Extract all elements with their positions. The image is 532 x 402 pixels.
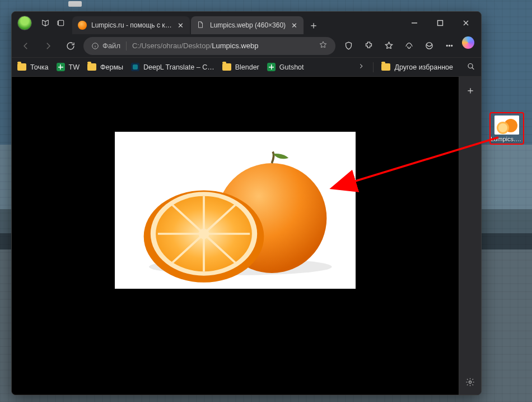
desktop-file-label: Lumpics.w… [491,136,523,142]
favorites-icon[interactable] [379,36,398,56]
minimize-button[interactable] [402,12,427,34]
performance-icon[interactable] [399,36,418,56]
bookmarks-bar: Точка TW Фермы DeepL Translate – C… Blen… [12,58,481,77]
toolbar-right-icons [339,36,477,56]
bookmark-label: DeepL Translate – C… [143,63,214,71]
address-path-file: Lumpics.webp [212,41,258,50]
bookmark-item[interactable]: Точка [17,63,49,71]
bookmark-item[interactable]: Gutshot [267,63,304,71]
shield-icon[interactable] [339,36,358,56]
bookmark-item[interactable]: DeepL Translate – C… [131,63,214,71]
sidebar-settings-icon[interactable] [465,377,475,389]
toolbar: Файл C:/Users/ohrau/Desktop/Lumpics.webp [12,34,481,58]
bookmark-label: Точка [30,63,49,71]
tab-lumpics-site[interactable]: Lumpics.ru - помощь с компьют ✕ [72,16,190,34]
svg-point-8 [468,63,473,68]
forward-button[interactable] [39,36,58,56]
tab-actions-icon[interactable] [53,12,69,34]
bookmarks-divider [373,62,374,72]
address-path: C:/Users/ohrau/Desktop/Lumpics.webp [132,41,313,50]
bookmark-label: Blender [235,63,259,71]
folder-icon [381,63,390,71]
sheets-icon [267,63,276,71]
favicon-orange-icon [78,21,87,30]
back-button[interactable] [16,36,35,56]
profile-avatar[interactable] [17,16,32,30]
maximize-button[interactable] [427,12,453,34]
svg-point-5 [446,45,447,47]
tab-image-file[interactable]: Lumpics.webp (460×360) ✕ [191,16,304,34]
close-window-button[interactable] [453,12,479,34]
svg-rect-1 [58,21,58,25]
sheets-icon [57,63,65,71]
svg-point-7 [451,45,452,47]
bookmark-label: Фермы [100,63,123,71]
tab-label: Lumpics.ru - помощь с компьют [91,21,172,29]
ie-mode-icon[interactable] [419,36,438,56]
svg-point-28 [498,123,507,132]
close-tab-icon[interactable]: ✕ [176,21,184,29]
svg-point-24 [469,381,471,383]
deepl-icon [131,63,139,71]
address-separator [126,41,127,50]
folder-icon [87,63,96,71]
bookmark-label: TW [69,63,80,71]
window-controls [402,12,479,34]
desktop-top-indicator [68,1,82,7]
close-tab-icon[interactable]: ✕ [290,21,298,29]
more-menu-icon[interactable] [440,36,459,56]
favicon-file-icon [197,21,206,30]
folder-icon [17,63,26,71]
bookmark-label: Gutshot [279,63,304,71]
bookmark-item[interactable]: Фермы [87,63,123,71]
folder-icon [222,63,231,71]
sidebar-add-icon[interactable]: ＋ [465,84,475,97]
bookmark-item[interactable]: TW [57,63,80,71]
bookmark-item[interactable]: Blender [222,63,259,71]
bookmarks-overflow-icon[interactable] [357,62,365,72]
svg-point-6 [449,45,450,47]
titlebar: Lumpics.ru - помощь с компьют ✕ Lumpics.… [12,12,481,34]
search-favorites-icon[interactable] [466,62,475,73]
site-info-chip[interactable]: Файл [91,41,120,50]
new-tab-button[interactable]: ＋ [305,16,323,34]
desktop-file-thumbnail [494,115,519,135]
browser-window: Lumpics.ru - помощь с компьют ✕ Lumpics.… [11,11,482,395]
address-path-prefix: C:/Users/ohrau/Desktop/ [132,41,212,50]
address-bar[interactable]: Файл C:/Users/ohrau/Desktop/Lumpics.webp [83,37,335,55]
other-favorites[interactable]: Другое избранное [381,63,453,71]
reload-button[interactable] [61,36,80,56]
desktop-file-icon[interactable]: Lumpics.w… [489,112,524,145]
other-favorites-label: Другое избранное [394,63,453,71]
tab-strip: Lumpics.ru - помощь с компьют ✕ Lumpics.… [72,12,402,34]
page-viewport[interactable] [12,77,459,395]
svg-rect-0 [58,20,63,25]
workspaces-icon[interactable] [38,12,53,34]
tab-label: Lumpics.webp (460×360) [210,21,286,29]
favorite-star-icon[interactable] [319,40,328,51]
address-type-label: Файл [102,41,120,50]
svg-point-23 [199,229,209,239]
copilot-icon[interactable] [462,36,474,49]
extensions-icon[interactable] [359,36,378,56]
displayed-image[interactable] [115,132,356,289]
svg-rect-2 [438,21,443,26]
edge-sidebar: ＋ [459,77,481,395]
